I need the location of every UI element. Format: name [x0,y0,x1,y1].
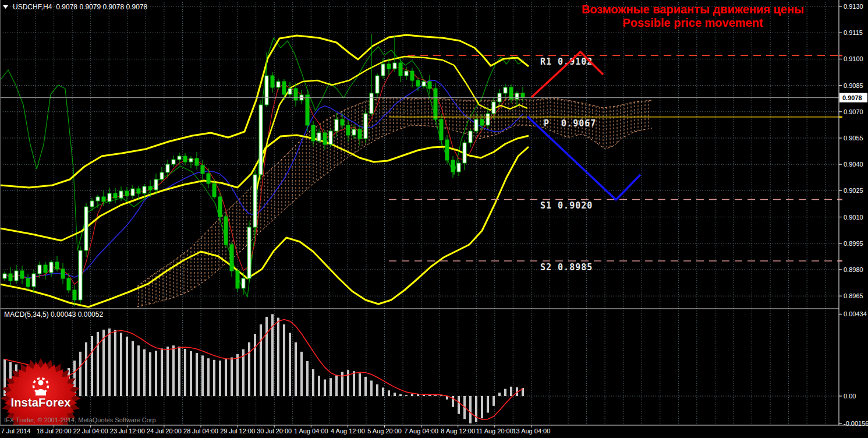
svg-text:0.9040: 0.9040 [844,161,863,168]
svg-text:P 0.9067: P 0.9067 [544,118,596,129]
svg-text:S2 0.8985: S2 0.8985 [540,262,593,273]
svg-text:7 Aug 04:00: 7 Aug 04:00 [404,428,438,435]
svg-text:0.00434: 0.00434 [844,310,867,317]
svg-text:0.9010: 0.9010 [844,214,863,221]
svg-text:24 Jul 20:00: 24 Jul 20:00 [147,428,182,435]
svg-text:30 Jul 20:00: 30 Jul 20:00 [257,428,292,435]
svg-text:29 Jul 12:00: 29 Jul 12:00 [220,428,255,435]
price-chart-canvas[interactable]: R1 0.9102P 0.9067S1 0.9020S2 0.89850.913… [0,0,868,438]
svg-text:28 Jul 04:00: 28 Jul 04:00 [183,428,218,435]
svg-text:0.00: 0.00 [844,393,856,400]
svg-text:0.9100: 0.9100 [844,55,863,62]
svg-text:23 Jul 12:00: 23 Jul 12:00 [110,428,145,435]
svg-text:0.8995: 0.8995 [844,240,863,247]
svg-text:0.9055: 0.9055 [844,135,863,142]
svg-text:S1 0.9020: S1 0.9020 [540,200,593,211]
svg-text:0.8980: 0.8980 [844,266,863,273]
svg-text:-0.00156: -0.00156 [844,420,868,427]
svg-text:0.9070: 0.9070 [844,108,863,115]
svg-text:18 Jul 20:00: 18 Jul 20:00 [37,428,72,435]
svg-text:0.9115: 0.9115 [844,29,863,36]
svg-text:0.8965: 0.8965 [844,292,863,299]
svg-text:13 Aug 04:00: 13 Aug 04:00 [512,428,550,435]
svg-text:4 Aug 12:00: 4 Aug 12:00 [331,428,365,435]
trading-terminal-chart-window[interactable]: R1 0.9102P 0.9067S1 0.9020S2 0.89850.913… [0,0,868,438]
svg-text:8 Aug 12:00: 8 Aug 12:00 [441,428,475,435]
svg-text:0.9130: 0.9130 [844,3,863,10]
svg-text:1 Aug 04:00: 1 Aug 04:00 [294,428,328,435]
svg-text:22 Jul 04:00: 22 Jul 04:00 [73,428,108,435]
svg-text:0.9025: 0.9025 [844,187,863,194]
svg-text:0.9085: 0.9085 [844,82,863,89]
svg-text:5 Aug 20:00: 5 Aug 20:00 [367,428,402,435]
svg-text:0.9078: 0.9078 [842,94,862,101]
svg-text:11 Aug 20:00: 11 Aug 20:00 [476,428,513,435]
svg-text:17 Jul 2014: 17 Jul 2014 [0,428,30,435]
